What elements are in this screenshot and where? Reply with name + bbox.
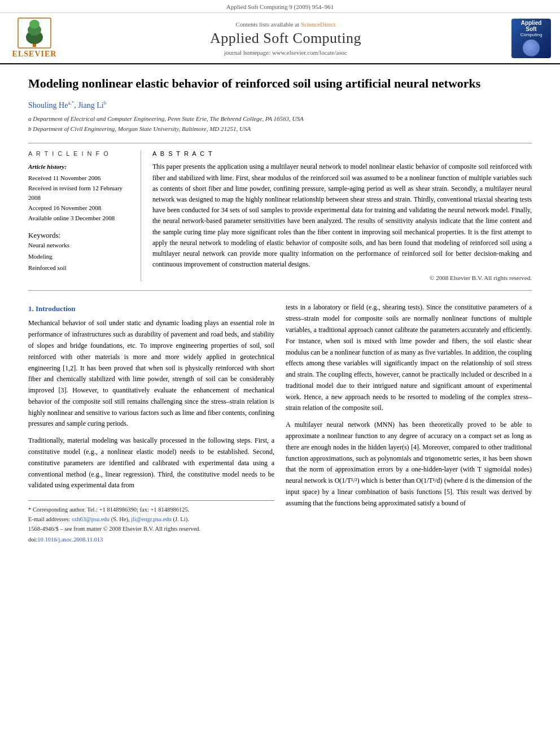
abstract-label: A B S T R A C T xyxy=(152,150,532,157)
footer-area: * Corresponding author. Tel.: +1 8148986… xyxy=(28,500,274,542)
journal-badge: Applied Soft Computing xyxy=(511,19,551,58)
available-date: Available online 3 December 2008 xyxy=(28,213,132,224)
body-right-col: tests in a laboratory or field (e.g., sh… xyxy=(286,302,532,542)
abstract-col: A B S T R A C T This paper presents the … xyxy=(152,150,532,281)
badge-computing: Computing xyxy=(520,32,542,37)
elsevier-name: ELSEVIER xyxy=(12,50,57,59)
journal-center: Contents lists available at ScienceDirec… xyxy=(60,21,511,56)
homepage-url[interactable]: www.elsevier.com/locate/asoc xyxy=(272,49,347,56)
elsevier-logo: ELSEVIER xyxy=(9,18,60,59)
sciencedirect-link[interactable]: ScienceDirect xyxy=(301,21,336,28)
issn-line: 1568-4946/$ – see front matter © 2008 El… xyxy=(28,525,274,534)
article-info-label: A R T I C L E I N F O xyxy=(28,150,132,157)
keywords-section: Keywords: Neural networks Modeling Reinf… xyxy=(28,231,132,273)
email2-link[interactable]: jli@engr.psu.edu xyxy=(131,516,172,522)
email-label: E-mail addresses: xyxy=(28,516,70,522)
badge-decoration xyxy=(523,40,540,56)
footnote-email: E-mail addresses: sxh63@psu.edu (S. He),… xyxy=(28,515,274,525)
received-revised-date: Received in revised form 12 February 200… xyxy=(28,184,132,203)
doi-line: doi:10.1016/j.asoc.2008.11.013 xyxy=(28,536,274,543)
journal-homepage: journal homepage: www.elsevier.com/locat… xyxy=(60,49,511,56)
email1-name: S. He xyxy=(113,516,126,522)
affiliation-b: b Department of Civil Engineering, Morga… xyxy=(28,124,532,134)
author-b-name: Jiang Li xyxy=(78,101,104,109)
article-info-abstract: A R T I C L E I N F O Article history: R… xyxy=(28,150,532,281)
abstract-text: This paper presents the application usin… xyxy=(152,161,532,270)
affiliation-a: a Department of Electrical and Computer … xyxy=(28,114,532,124)
divider-middle xyxy=(28,290,532,291)
badge-soft: Soft xyxy=(526,26,536,32)
article-content: Modeling nonlinear elastic behavior of r… xyxy=(0,64,560,554)
article-history: Article history: Received 11 November 20… xyxy=(28,161,132,223)
history-label: Article history: xyxy=(28,161,132,172)
sciencedirect-line: Contents lists available at ScienceDirec… xyxy=(60,21,511,28)
keywords-label: Keywords: xyxy=(28,231,60,239)
body-left-col: 1. Introduction Mechanical behavior of s… xyxy=(28,302,274,542)
doi-label: doi: xyxy=(28,536,37,543)
elsevier-tree-icon xyxy=(18,18,51,49)
author-b-sup: b xyxy=(104,100,107,106)
copyright-line: © 2008 Elsevier B.V. All rights reserved… xyxy=(152,274,532,281)
authors-line: Shouling Hea,*, Jiang Lib xyxy=(28,100,532,110)
keyword-2: Modeling xyxy=(28,251,132,263)
right-para1: tests in a laboratory or field (e.g., sh… xyxy=(286,302,532,414)
divider-top xyxy=(28,143,532,143)
author-a-sup: a,* xyxy=(68,100,74,106)
badge-applied: Applied xyxy=(521,20,542,26)
article-body: 1. Introduction Mechanical behavior of s… xyxy=(28,302,532,542)
article-info-col: A R T I C L E I N F O Article history: R… xyxy=(28,150,141,281)
author-a-name: Shouling He xyxy=(28,101,68,109)
doi-value[interactable]: 10.1016/j.asoc.2008.11.013 xyxy=(37,536,103,543)
email1-link[interactable]: sxh63@psu.edu xyxy=(72,516,110,522)
footnote-star: * Corresponding author. Tel.: +1 8148986… xyxy=(28,505,274,515)
keyword-1: Neural networks xyxy=(28,240,132,251)
journal-header: ELSEVIER Contents lists available at Sci… xyxy=(0,13,560,64)
affiliations: a Department of Electrical and Computer … xyxy=(28,114,532,134)
intro-para2: Traditionally, material modeling was bas… xyxy=(28,435,274,491)
right-para2: A multilayer neural network (MNN) has be… xyxy=(286,420,532,509)
article-title: Modeling nonlinear elastic behavior of r… xyxy=(28,76,532,92)
received-date: Received 11 November 2006 xyxy=(28,173,132,184)
svg-point-3 xyxy=(29,20,40,29)
intro-heading: 1. Introduction xyxy=(28,304,274,313)
journal-title: Applied Soft Computing xyxy=(60,30,511,47)
intro-para1: Mechanical behavior of soil under static… xyxy=(28,318,274,430)
email2-name: J. Li xyxy=(175,516,186,522)
citation-text: Applied Soft Computing 9 (2009) 954–961 xyxy=(226,3,334,10)
accepted-date: Accepted 16 November 2008 xyxy=(28,203,132,213)
citation-bar: Applied Soft Computing 9 (2009) 954–961 xyxy=(0,0,560,13)
keyword-3: Reinforced soil xyxy=(28,263,132,274)
